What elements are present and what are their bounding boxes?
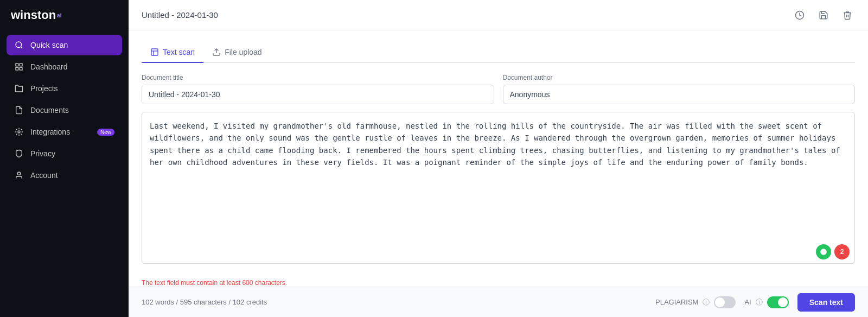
plagiarism-toggle-group: PLAGIARISM ⓘ	[655, 296, 736, 308]
plagiarism-info-icon[interactable]: ⓘ	[703, 297, 710, 307]
sidebar: winstonai Quick scan Dashboard Projects	[0, 0, 129, 317]
sidebar-item-projects[interactable]: Projects	[7, 78, 122, 99]
svg-rect-9	[151, 49, 158, 55]
sidebar-item-quick-scan-label: Quick scan	[30, 41, 68, 49]
svg-rect-3	[20, 64, 22, 66]
svg-point-7	[17, 172, 20, 175]
main-content: Untitled - 2024-01-30 Text scan File upl…	[129, 0, 868, 317]
delete-button[interactable]	[840, 8, 855, 23]
document-title: Untitled - 2024-01-30	[142, 10, 218, 20]
tab-file-upload[interactable]: File upload	[203, 43, 271, 63]
svg-point-0	[16, 42, 22, 48]
sidebar-item-quick-scan[interactable]: Quick scan	[7, 35, 122, 55]
sidebar-item-projects-label: Projects	[30, 84, 58, 93]
svg-rect-4	[16, 67, 18, 70]
author-label: Document author	[503, 74, 856, 81]
ai-badge: ai	[57, 12, 61, 18]
app-name: winston	[11, 8, 56, 22]
editor-bottom-icons: 2	[816, 244, 850, 259]
sidebar-item-dashboard-label: Dashboard	[30, 62, 68, 71]
text-editor[interactable]: Last weekend, I visited my grandmother's…	[142, 112, 855, 264]
ai-info-icon[interactable]: ⓘ	[756, 297, 763, 307]
header-actions	[792, 8, 855, 23]
sidebar-item-account-label: Account	[30, 171, 58, 180]
sidebar-item-documents[interactable]: Documents	[7, 100, 122, 121]
projects-icon	[14, 84, 24, 93]
sidebar-item-documents-label: Documents	[30, 106, 69, 115]
svg-point-13	[820, 249, 827, 255]
validation-error-text: The text field must contain at least 600…	[142, 279, 287, 287]
ai-detection-indicator[interactable]	[816, 244, 831, 259]
sidebar-item-account[interactable]: Account	[7, 165, 122, 186]
tab-text-scan[interactable]: Text scan	[142, 43, 203, 63]
title-input[interactable]	[142, 85, 494, 104]
save-button[interactable]	[816, 8, 831, 23]
tab-file-upload-label: File upload	[225, 48, 262, 56]
plagiarism-toggle-knob	[715, 297, 725, 307]
title-label: Document title	[142, 74, 494, 81]
account-icon	[14, 170, 24, 180]
documents-icon	[14, 105, 24, 115]
ai-toggle[interactable]	[767, 296, 789, 308]
ai-toggle-knob	[778, 297, 788, 307]
sidebar-item-integrations[interactable]: Integrations New	[7, 122, 122, 142]
plagiarism-label: PLAGIARISM	[655, 298, 698, 306]
plagiarism-toggle[interactable]	[714, 296, 736, 308]
validation-error: The text field must contain at least 600…	[129, 277, 868, 287]
author-group: Document author	[503, 74, 856, 104]
sidebar-item-privacy[interactable]: Privacy	[7, 143, 122, 164]
author-input[interactable]	[503, 85, 856, 104]
history-button[interactable]	[792, 8, 807, 23]
footer-bar: 102 words / 595 characters / 102 credits…	[129, 287, 868, 317]
svg-rect-2	[16, 64, 18, 66]
integrations-badge: New	[97, 129, 114, 136]
ai-label: AI	[744, 298, 751, 306]
dashboard-icon	[14, 62, 24, 72]
issue-number: 2	[840, 248, 844, 256]
sidebar-item-integrations-label: Integrations	[30, 128, 70, 136]
privacy-icon	[14, 149, 24, 158]
logo: winstonai	[0, 0, 129, 30]
svg-line-1	[21, 47, 22, 48]
svg-point-6	[18, 131, 20, 133]
editor-wrapper: Last weekend, I visited my grandmother's…	[142, 112, 855, 264]
tabs-bar: Text scan File upload	[142, 43, 855, 63]
content-area: Text scan File upload Document title Doc…	[129, 30, 868, 277]
word-count: 102 words / 595 characters / 102 credits	[142, 298, 267, 306]
ai-toggle-group: AI ⓘ	[744, 296, 788, 308]
scan-button[interactable]: Scan text	[797, 293, 855, 312]
form-row: Document title Document author	[142, 74, 855, 104]
svg-rect-5	[20, 67, 22, 70]
sidebar-nav: Quick scan Dashboard Projects Documents	[0, 30, 129, 317]
integrations-icon	[14, 127, 24, 137]
sidebar-item-privacy-label: Privacy	[30, 149, 55, 158]
issue-count-badge[interactable]: 2	[834, 244, 850, 259]
page-header: Untitled - 2024-01-30	[129, 0, 868, 30]
quick-scan-icon	[14, 40, 24, 50]
sidebar-item-dashboard[interactable]: Dashboard	[7, 56, 122, 77]
tab-text-scan-label: Text scan	[163, 48, 195, 56]
footer-actions: PLAGIARISM ⓘ AI ⓘ Scan text	[655, 293, 855, 312]
title-group: Document title	[142, 74, 494, 104]
